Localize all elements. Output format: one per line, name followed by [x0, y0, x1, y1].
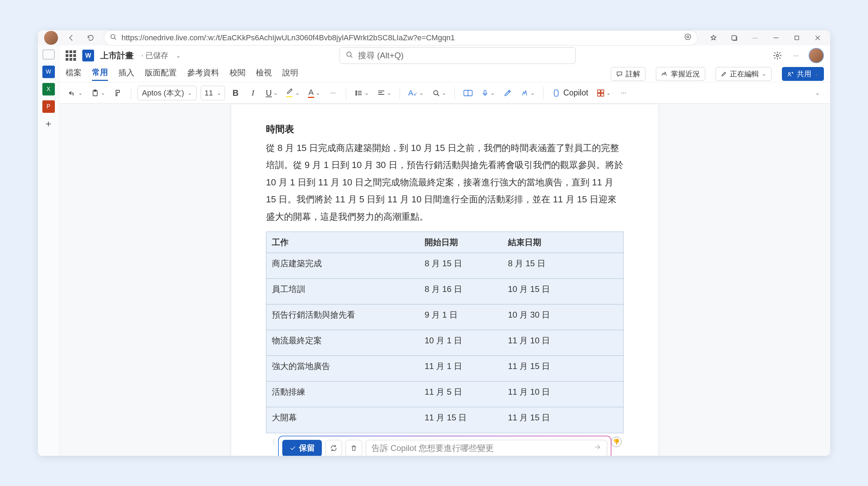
app-launcher-icon[interactable]	[66, 50, 76, 61]
svg-point-11	[356, 92, 357, 93]
tab-file[interactable]: 檔案	[66, 67, 82, 80]
copilot-prompt-bar: 保留 告訴 Copilot 您想要進行哪些變更	[278, 436, 611, 456]
svg-rect-18	[598, 93, 600, 96]
send-icon[interactable]	[594, 443, 601, 453]
format-painter-button[interactable]	[111, 86, 125, 100]
back-button[interactable]	[65, 32, 77, 44]
table-row[interactable]: 大開幕11 月 15 日11 月 15 日	[266, 407, 623, 433]
table-header-row: 工作 開始日期 結束日期	[266, 232, 623, 253]
undo-button[interactable]: ⌄	[66, 86, 85, 100]
paste-button[interactable]: ⌄	[89, 86, 107, 100]
svg-point-7	[788, 72, 790, 74]
font-color-button[interactable]: A⌄	[306, 86, 322, 100]
table-row[interactable]: 物流最終定案10 月 1 日11 月 10 日	[266, 330, 623, 356]
table-row[interactable]: 活動排練11 月 5 日11 月 10 日	[266, 382, 623, 407]
heading[interactable]: 時間表	[266, 123, 624, 135]
highlight-button[interactable]: ⌄	[284, 86, 302, 100]
bullets-button[interactable]: ⌄	[352, 86, 371, 100]
designer-button[interactable]: ⌄	[518, 86, 537, 100]
tab-help[interactable]: 說明	[282, 67, 298, 80]
svg-rect-17	[601, 90, 604, 93]
italic-button[interactable]: I	[247, 86, 260, 100]
document-title[interactable]: 上市計畫	[100, 50, 134, 61]
svg-rect-4	[795, 36, 799, 40]
tab-review[interactable]: 校閱	[229, 67, 245, 80]
font-size-select[interactable]: 11⌄	[201, 86, 225, 100]
prev-icon[interactable]: 〈	[268, 437, 276, 447]
settings-icon[interactable]	[771, 49, 784, 62]
svg-rect-15	[484, 90, 486, 94]
table-row[interactable]: 商店建築完成8 月 15 日8 月 15 日	[266, 253, 623, 279]
body-paragraph[interactable]: 從 8 月 15 日完成商店建築開始，到 10 月 15 日之前，我們的時間表涵…	[266, 140, 624, 225]
keep-button[interactable]: 保留	[282, 440, 322, 456]
tab-view[interactable]: 檢視	[256, 67, 272, 80]
dictate-button[interactable]: ⌄	[479, 86, 497, 100]
overflow-button[interactable]: ⋯	[617, 86, 630, 100]
save-status: · 已儲存	[141, 50, 168, 61]
excel-app-icon[interactable]: X	[42, 83, 55, 95]
copilot-input[interactable]: 告訴 Copilot 您想要進行哪些變更	[366, 440, 607, 456]
svg-point-13	[434, 91, 438, 95]
catchup-button[interactable]: 掌握近況	[656, 67, 705, 81]
document-canvas[interactable]: 時間表 從 8 月 15 日完成商店建築開始，到 10 月 15 日之前，我們的…	[59, 104, 830, 456]
tab-icon[interactable]	[42, 48, 55, 61]
tab-insert[interactable]: 插入	[118, 67, 134, 80]
maximize-button[interactable]	[791, 32, 803, 44]
regenerate-button[interactable]	[325, 440, 342, 456]
chevron-down-icon[interactable]: ⌄	[176, 52, 181, 59]
share-button[interactable]: 共用⌄	[782, 67, 824, 81]
collections-icon[interactable]	[728, 32, 741, 44]
word-logo-icon: W	[82, 50, 94, 61]
find-button[interactable]: ⌄	[430, 86, 448, 100]
discard-button[interactable]	[345, 440, 362, 456]
svg-rect-16	[598, 90, 600, 93]
ribbon-toolbar: ⌄ ⌄ Aptos (本文)⌄ 11⌄ B I U⌄ ⌄ A⌄ ⋯ ⌄ ⌄ A↙…	[59, 82, 830, 104]
ribbon-collapse-button[interactable]: ⌄	[811, 86, 824, 100]
browser-window: https://onedrive.live.com/:w:/t/EaCKkPs6…	[38, 30, 830, 456]
powerpoint-app-icon[interactable]: P	[42, 100, 55, 113]
table-row[interactable]: 強大的當地廣告11 月 1 日11 月 15 日	[266, 356, 623, 382]
tracking-icon[interactable]	[684, 33, 692, 43]
more-font-button[interactable]: ⋯	[326, 86, 340, 100]
refresh-button[interactable]	[84, 32, 97, 44]
copilot-button[interactable]: Copilot	[550, 86, 591, 100]
copilot-placeholder: 告訴 Copilot 您想要進行哪些變更	[372, 443, 494, 454]
menu-icon[interactable]: ⋯	[749, 32, 761, 44]
add-app-icon[interactable]: +	[42, 118, 55, 130]
document-page[interactable]: 時間表 從 8 月 15 日完成商店建築開始，到 10 月 15 日之前，我們的…	[231, 104, 659, 456]
browser-titlebar: https://onedrive.live.com/:w:/t/EaCKkPs6…	[38, 30, 830, 45]
address-bar[interactable]: https://onedrive.live.com/:w:/t/EaCKkPs6…	[104, 30, 698, 45]
align-button[interactable]: ⌄	[375, 86, 393, 100]
app-rail: W X P +	[38, 45, 59, 456]
close-button[interactable]	[811, 32, 824, 44]
svg-point-10	[356, 91, 357, 92]
svg-point-2	[687, 36, 689, 38]
bold-button[interactable]: B	[229, 86, 242, 100]
tab-references[interactable]: 參考資料	[187, 67, 219, 80]
more-icon[interactable]: ⋯	[790, 49, 802, 62]
comments-button[interactable]: 註解	[611, 67, 645, 81]
profile-avatar[interactable]	[44, 31, 58, 45]
thumbs-down-icon[interactable]: 👎	[611, 437, 621, 447]
editing-mode-button[interactable]: 正在編輯⌄	[716, 67, 771, 81]
svg-point-12	[356, 94, 357, 95]
minimize-button[interactable]	[770, 32, 782, 44]
tab-home[interactable]: 常用	[92, 67, 108, 81]
favorites-icon[interactable]	[707, 32, 720, 44]
table-row[interactable]: 員工培訓8 月 16 日10 月 15 日	[266, 279, 623, 304]
add-ins-button[interactable]: ⌄	[594, 86, 613, 100]
clear-format-button[interactable]: A↙⌄	[406, 86, 426, 100]
font-family-select[interactable]: Aptos (本文)⌄	[137, 86, 197, 100]
editor-button[interactable]	[501, 86, 514, 100]
table-row[interactable]: 預告行銷活動與搶先看9 月 1 日10 月 30 日	[266, 304, 623, 330]
user-avatar[interactable]	[809, 48, 824, 63]
underline-button[interactable]: U⌄	[264, 86, 280, 100]
svg-point-1	[685, 34, 691, 40]
search-icon	[345, 51, 353, 60]
search-box[interactable]: 搜尋 (Alt+Q)	[340, 47, 576, 64]
tab-layout[interactable]: 版面配置	[145, 67, 177, 80]
word-app-icon[interactable]: W	[42, 66, 55, 78]
search-icon	[110, 33, 117, 42]
schedule-table[interactable]: 工作 開始日期 結束日期 商店建築完成8 月 15 日8 月 15 日員工培訓8…	[266, 232, 624, 433]
immersive-reader-button[interactable]	[461, 86, 475, 100]
